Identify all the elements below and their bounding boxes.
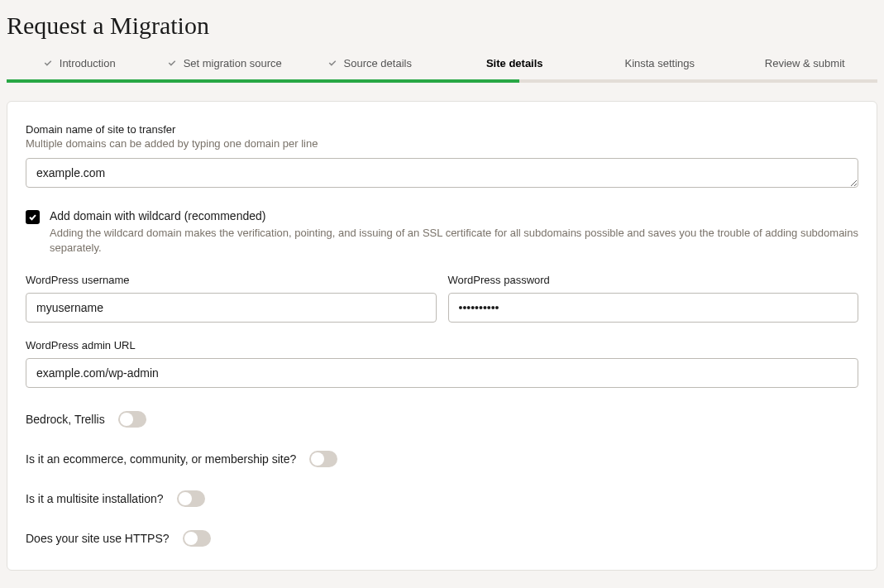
step-label: Site details: [486, 57, 543, 69]
wp-password-label: WordPress password: [448, 274, 859, 286]
wp-password-input[interactable]: [448, 293, 859, 323]
domain-field-group: Domain name of site to transfer Multiple…: [26, 123, 858, 191]
multisite-label: Is it a multisite installation?: [26, 492, 164, 505]
https-label: Does your site use HTTPS?: [26, 532, 170, 545]
wp-admin-url-input[interactable]: [26, 358, 858, 388]
step-site-details[interactable]: Site details: [442, 51, 588, 83]
step-label: Review & submit: [765, 57, 845, 69]
check-icon: [43, 58, 53, 68]
check-icon: [167, 58, 177, 68]
domain-sublabel: Multiple domains can be added by typing …: [26, 137, 858, 150]
wp-username-label: WordPress username: [26, 274, 437, 286]
step-label: Introduction: [60, 57, 116, 69]
form-panel: Domain name of site to transfer Multiple…: [7, 101, 877, 571]
step-label: Set migration source: [184, 57, 282, 69]
step-label: Kinsta settings: [624, 57, 695, 69]
multisite-toggle-row: Is it a multisite installation?: [26, 490, 858, 507]
ecommerce-label: Is it an ecommerce, community, or member…: [26, 452, 296, 466]
page-title: Request a Migration: [7, 0, 877, 51]
wp-password-group: WordPress password: [448, 274, 859, 323]
bedrock-label: Bedrock, Trellis: [26, 413, 105, 426]
step-migration-source[interactable]: Set migration source: [152, 51, 298, 83]
stepper: Introduction Set migration source Source…: [7, 51, 877, 83]
https-toggle-row: Does your site use HTTPS?: [26, 530, 858, 547]
multisite-toggle[interactable]: [177, 490, 205, 507]
stepper-progress: [7, 79, 519, 83]
bedrock-toggle[interactable]: [118, 411, 146, 428]
step-kinsta-settings[interactable]: Kinsta settings: [587, 51, 733, 83]
step-source-details[interactable]: Source details: [297, 51, 442, 83]
ecommerce-toggle[interactable]: [309, 451, 337, 467]
wildcard-checkbox[interactable]: [26, 210, 40, 224]
domain-input[interactable]: [26, 158, 858, 188]
step-introduction[interactable]: Introduction: [7, 51, 152, 83]
wp-username-group: WordPress username: [26, 274, 437, 323]
bedrock-toggle-row: Bedrock, Trellis: [26, 411, 858, 428]
step-review-submit[interactable]: Review & submit: [733, 51, 878, 83]
ecommerce-toggle-row: Is it an ecommerce, community, or member…: [26, 451, 858, 467]
https-toggle[interactable]: [183, 530, 211, 547]
check-icon: [327, 58, 337, 68]
domain-label: Domain name of site to transfer: [26, 123, 858, 136]
wildcard-label: Add domain with wildcard (recommended): [50, 209, 858, 222]
wp-admin-url-label: WordPress admin URL: [26, 339, 858, 351]
wp-username-input[interactable]: [26, 293, 437, 323]
step-label: Source details: [344, 57, 412, 69]
wildcard-description: Adding the wildcard domain makes the ver…: [50, 226, 858, 256]
wp-admin-url-group: WordPress admin URL: [26, 339, 858, 388]
wildcard-checkbox-row: Add domain with wildcard (recommended) A…: [26, 209, 858, 256]
